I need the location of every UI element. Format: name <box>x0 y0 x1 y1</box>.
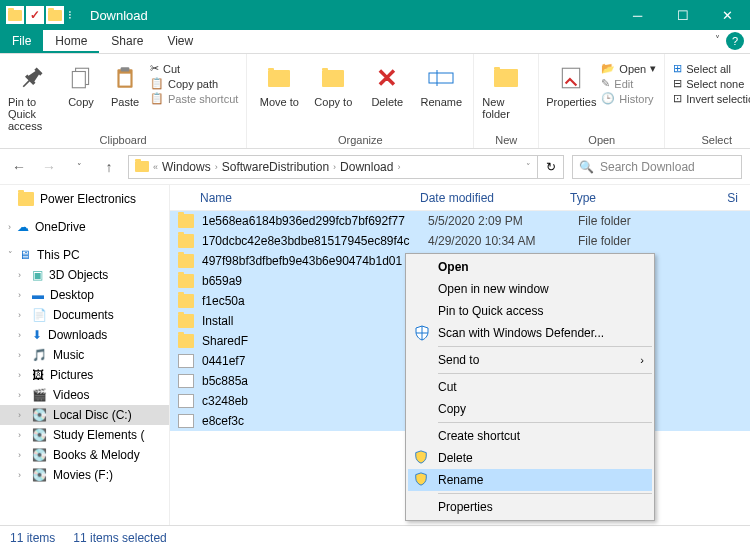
ctx-pin[interactable]: Pin to Quick access <box>408 300 652 322</box>
folder-icon <box>178 314 194 328</box>
ctx-properties[interactable]: Properties <box>408 496 652 518</box>
paste-shortcut-button: 📋Paste shortcut <box>150 92 238 105</box>
file-tab[interactable]: File <box>0 30 43 53</box>
copy-path-button[interactable]: 📋Copy path <box>150 77 238 90</box>
copy-to-button[interactable]: Copy to <box>309 58 357 108</box>
refresh-button[interactable]: ↻ <box>538 155 564 179</box>
paste-shortcut-icon: 📋 <box>150 92 164 105</box>
file-date: 4/29/2020 10:34 AM <box>428 234 578 248</box>
pictures-icon: 🖼 <box>32 368 44 382</box>
nav-item-power[interactable]: Power Electronics <box>0 189 169 209</box>
qat-overflow[interactable]: ⁝ <box>66 8 74 22</box>
nav-item-downloads[interactable]: ›⬇Downloads <box>0 325 169 345</box>
help-icon[interactable]: ? <box>726 32 744 50</box>
file-name: f1ec50a <box>202 294 428 308</box>
paste-button[interactable]: Paste <box>106 58 144 108</box>
search-input[interactable]: 🔍 Search Download <box>572 155 742 179</box>
ctx-sendto[interactable]: Send to› <box>408 349 652 371</box>
navigation-pane[interactable]: Power Electronics ›☁OneDrive ˅🖥This PC ›… <box>0 185 170 525</box>
folder-icon <box>178 334 194 348</box>
invert-icon: ⊡ <box>673 92 682 105</box>
breadcrumb-bar[interactable]: « Windows› SoftwareDistribution› Downloa… <box>128 155 538 179</box>
maximize-button[interactable]: ☐ <box>660 0 705 30</box>
forward-button[interactable]: → <box>38 156 60 178</box>
file-icon <box>178 414 194 428</box>
ribbon-collapse-icon[interactable]: ˅ <box>715 34 720 45</box>
share-tab[interactable]: Share <box>99 30 155 53</box>
col-name[interactable]: Name <box>170 191 420 205</box>
ctx-open-new[interactable]: Open in new window <box>408 278 652 300</box>
file-name: b5c885a <box>202 374 428 388</box>
move-to-button[interactable]: Move to <box>255 58 303 108</box>
edit-button: ✎Edit <box>601 77 656 90</box>
col-type[interactable]: Type <box>570 191 670 205</box>
recent-dropdown[interactable]: ˅ <box>68 156 90 178</box>
delete-icon: ✕ <box>371 62 403 94</box>
ctx-shortcut[interactable]: Create shortcut <box>408 425 652 447</box>
nav-item-thispc[interactable]: ˅🖥This PC <box>0 245 169 265</box>
nav-item-pictures[interactable]: ›🖼Pictures <box>0 365 169 385</box>
breadcrumb-part[interactable]: SoftwareDistribution <box>222 160 329 174</box>
select-all-button[interactable]: ⊞Select all <box>673 62 750 75</box>
drive-icon: 💽 <box>32 428 47 442</box>
nav-item-music[interactable]: ›🎵Music <box>0 345 169 365</box>
shield-icon <box>414 472 430 488</box>
ctx-copy[interactable]: Copy <box>408 398 652 420</box>
close-button[interactable]: ✕ <box>705 0 750 30</box>
folder-icon <box>178 294 194 308</box>
open-button[interactable]: 📂Open ▾ <box>601 62 656 75</box>
up-button[interactable]: ↑ <box>98 156 120 178</box>
file-name: 170dcbc42e8e3bdbe81517945ec89f4c <box>202 234 428 248</box>
invert-selection-button[interactable]: ⊡Invert selection <box>673 92 750 105</box>
nav-item-documents[interactable]: ›📄Documents <box>0 305 169 325</box>
nav-item-books[interactable]: ›💽Books & Melody <box>0 445 169 465</box>
move-to-icon <box>263 62 295 94</box>
ctx-scan[interactable]: Scan with Windows Defender... <box>408 322 652 344</box>
rename-button[interactable]: Rename <box>417 58 465 108</box>
svg-rect-5 <box>429 73 453 83</box>
nav-item-desktop[interactable]: ›▬Desktop <box>0 285 169 305</box>
music-icon: 🎵 <box>32 348 47 362</box>
new-folder-button[interactable]: New folder <box>482 58 530 120</box>
pin-quick-access-button[interactable]: Pin to Quick access <box>8 58 56 132</box>
cut-button[interactable]: ✂Cut <box>150 62 238 75</box>
status-count: 11 items <box>10 531 55 545</box>
folder-icon <box>178 274 194 288</box>
nav-item-videos[interactable]: ›🎬Videos <box>0 385 169 405</box>
ctx-cut[interactable]: Cut <box>408 376 652 398</box>
nav-item-movies[interactable]: ›💽Movies (F:) <box>0 465 169 485</box>
onedrive-icon: ☁ <box>17 220 29 234</box>
qat-check-icon[interactable]: ✓ <box>26 6 44 24</box>
file-icon <box>178 394 194 408</box>
file-row[interactable]: 1e568ea6184b936ed299fcb7bf692f775/5/2020… <box>170 211 750 231</box>
file-list[interactable]: Name Date modified Type Si 1e568ea6184b9… <box>170 185 750 525</box>
breadcrumb-part[interactable]: Download <box>340 160 393 174</box>
nav-item-localdisk[interactable]: ›💽Local Disc (C:) <box>0 405 169 425</box>
file-type: File folder <box>578 234 678 248</box>
submenu-arrow-icon: › <box>640 354 644 366</box>
column-headers[interactable]: Name Date modified Type Si <box>170 185 750 211</box>
status-bar: 11 items 11 items selected <box>0 525 750 549</box>
file-date: 5/5/2020 2:09 PM <box>428 214 578 228</box>
ctx-delete[interactable]: Delete <box>408 447 652 469</box>
copy-icon <box>65 62 97 94</box>
file-row[interactable]: 170dcbc42e8e3bdbe81517945ec89f4c4/29/202… <box>170 231 750 251</box>
search-icon: 🔍 <box>579 160 594 174</box>
ctx-rename[interactable]: Rename <box>408 469 652 491</box>
copy-button[interactable]: Copy <box>62 58 100 108</box>
delete-button[interactable]: ✕Delete <box>363 58 411 108</box>
nav-item-onedrive[interactable]: ›☁OneDrive <box>0 217 169 237</box>
breadcrumb-part[interactable]: Windows <box>162 160 211 174</box>
col-size[interactable]: Si <box>670 191 750 205</box>
col-date[interactable]: Date modified <box>420 191 570 205</box>
ctx-open[interactable]: Open <box>408 256 652 278</box>
back-button[interactable]: ← <box>8 156 30 178</box>
view-tab[interactable]: View <box>155 30 205 53</box>
nav-item-study[interactable]: ›💽Study Elements ( <box>0 425 169 445</box>
minimize-button[interactable]: ─ <box>615 0 660 30</box>
home-tab[interactable]: Home <box>43 30 99 53</box>
svg-rect-4 <box>120 74 131 86</box>
select-none-button[interactable]: ⊟Select none <box>673 77 750 90</box>
properties-button[interactable]: Properties <box>547 58 595 108</box>
nav-item-3d[interactable]: ›▣3D Objects <box>0 265 169 285</box>
